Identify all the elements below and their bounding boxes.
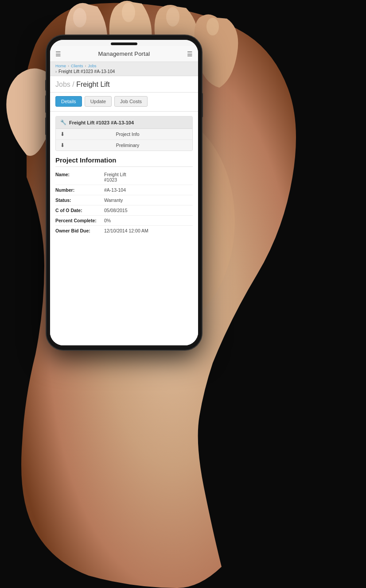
download-icon-1: ⬇ (60, 131, 65, 137)
page-title: Jobs / Freight Lift (55, 81, 193, 89)
tab-area: Details Update Job Costs (50, 93, 198, 112)
info-row-number: Number: #A-13-104 (55, 185, 193, 195)
project-info-label: Project Info (67, 132, 188, 137)
info-label-coo: C of O Date: (55, 208, 104, 213)
info-row-status: Status: Warranty (55, 195, 193, 205)
breadcrumb-current-label: Freight Lift #1023 #A-13-104 (58, 69, 115, 74)
info-value-name: Freight Lift#1023 (104, 172, 193, 182)
info-table: Name: Freight Lift#1023 Number: #A-13-10… (55, 170, 193, 236)
breadcrumb-current: › Freight Lift #1023 #A-13-104 (55, 69, 193, 74)
project-info-row[interactable]: ⬇ Project Info (56, 129, 192, 140)
breadcrumb-current-arrow: › (55, 70, 57, 74)
info-label-name: Name: (55, 172, 104, 177)
tab-details[interactable]: Details (55, 96, 82, 107)
tab-job-costs[interactable]: Job Costs (114, 96, 148, 107)
info-label-number: Number: (55, 187, 104, 193)
info-row-percent: Percent Complete: 0% (55, 216, 193, 226)
breadcrumb-bar: Home › Clients › Jobs › Freight Lift #10… (50, 62, 198, 76)
menu-right-icon[interactable]: ☰ (187, 50, 193, 58)
preliminary-label: Preliminary (67, 143, 188, 148)
project-card: 🔧 Freight Lift #1023 #A-13-104 ⬇ Project… (55, 116, 193, 151)
project-info-title: Project Information (55, 156, 193, 167)
info-value-coo: 05/08/2015 (104, 208, 193, 213)
info-value-bid-due: 12/10/2014 12:00 AM (104, 228, 193, 233)
info-row-coo: C of O Date: 05/08/2015 (55, 205, 193, 216)
breadcrumb-top: Home › Clients › Jobs (55, 64, 193, 68)
breadcrumb-clients[interactable]: Clients (71, 64, 83, 68)
menu-left-icon[interactable]: ☰ (55, 50, 61, 58)
info-value-status: Warranty (104, 197, 193, 203)
project-info-section: Project Information Name: Freight Lift#1… (55, 156, 193, 236)
page-title-area: Jobs / Freight Lift (50, 76, 198, 93)
info-value-percent: 0% (104, 218, 193, 223)
breadcrumb-home[interactable]: Home (55, 64, 66, 68)
preliminary-row[interactable]: ⬇ Preliminary (56, 140, 192, 151)
info-value-number: #A-13-104 (104, 187, 193, 193)
header-bar: ☰ Management Portal ☰ (50, 46, 198, 62)
info-label-bid-due: Owner Bid Due: (55, 228, 104, 233)
content-area: 🔧 Freight Lift #1023 #A-13-104 ⬇ Project… (50, 112, 198, 345)
app-title: Management Portal (98, 50, 150, 57)
wrench-icon: 🔧 (60, 120, 66, 125)
breadcrumb-jobs[interactable]: Jobs (88, 64, 97, 68)
project-card-header: 🔧 Freight Lift #1023 #A-13-104 (56, 116, 192, 129)
breadcrumb-sep-2: › (85, 64, 86, 68)
info-label-percent: Percent Complete: (55, 218, 104, 223)
download-icon-2: ⬇ (60, 142, 65, 148)
tab-update[interactable]: Update (85, 96, 112, 107)
page-title-main: Freight Lift (76, 81, 110, 88)
info-row-bid-due: Owner Bid Due: 12/10/2014 12:00 AM (55, 226, 193, 236)
breadcrumb-sep-1: › (68, 64, 69, 68)
info-label-status: Status: (55, 197, 104, 203)
project-card-title: Freight Lift #1023 #A-13-104 (69, 120, 134, 125)
page-title-prefix: Jobs / (55, 81, 74, 88)
info-row-name: Name: Freight Lift#1023 (55, 170, 193, 185)
